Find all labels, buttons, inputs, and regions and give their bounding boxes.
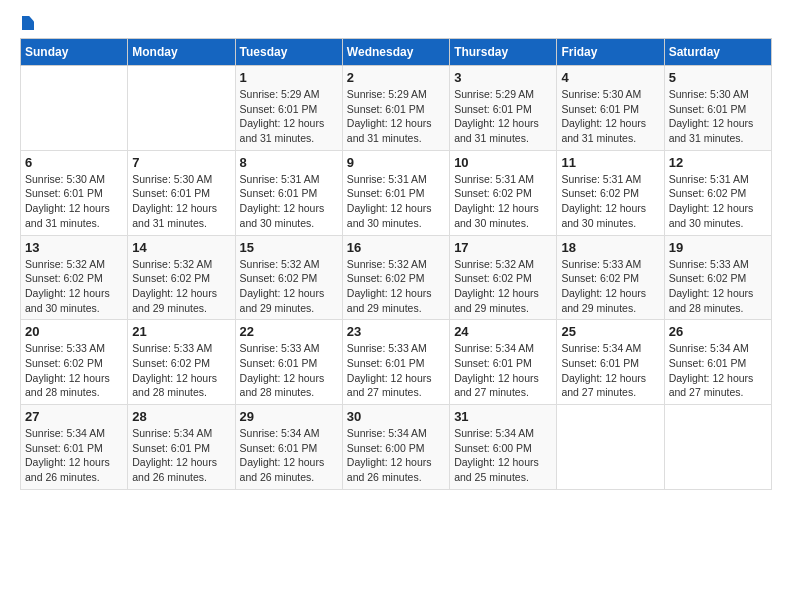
column-header-sunday: Sunday [21, 39, 128, 66]
day-info: Sunrise: 5:33 AM Sunset: 6:02 PM Dayligh… [132, 341, 230, 400]
day-cell: 1Sunrise: 5:29 AM Sunset: 6:01 PM Daylig… [235, 66, 342, 151]
day-cell: 3Sunrise: 5:29 AM Sunset: 6:01 PM Daylig… [450, 66, 557, 151]
day-number: 9 [347, 155, 445, 170]
day-info: Sunrise: 5:34 AM Sunset: 6:01 PM Dayligh… [132, 426, 230, 485]
day-number: 17 [454, 240, 552, 255]
day-info: Sunrise: 5:34 AM Sunset: 6:00 PM Dayligh… [347, 426, 445, 485]
day-number: 3 [454, 70, 552, 85]
day-info: Sunrise: 5:34 AM Sunset: 6:01 PM Dayligh… [240, 426, 338, 485]
day-cell: 10Sunrise: 5:31 AM Sunset: 6:02 PM Dayli… [450, 150, 557, 235]
calendar-table: SundayMondayTuesdayWednesdayThursdayFrid… [20, 38, 772, 490]
column-header-wednesday: Wednesday [342, 39, 449, 66]
day-number: 18 [561, 240, 659, 255]
day-cell: 19Sunrise: 5:33 AM Sunset: 6:02 PM Dayli… [664, 235, 771, 320]
day-info: Sunrise: 5:32 AM Sunset: 6:02 PM Dayligh… [132, 257, 230, 316]
day-info: Sunrise: 5:34 AM Sunset: 6:01 PM Dayligh… [669, 341, 767, 400]
day-number: 24 [454, 324, 552, 339]
day-number: 26 [669, 324, 767, 339]
day-cell: 29Sunrise: 5:34 AM Sunset: 6:01 PM Dayli… [235, 405, 342, 490]
day-info: Sunrise: 5:30 AM Sunset: 6:01 PM Dayligh… [132, 172, 230, 231]
day-number: 10 [454, 155, 552, 170]
day-number: 30 [347, 409, 445, 424]
day-number: 2 [347, 70, 445, 85]
day-cell [557, 405, 664, 490]
day-cell: 20Sunrise: 5:33 AM Sunset: 6:02 PM Dayli… [21, 320, 128, 405]
day-info: Sunrise: 5:31 AM Sunset: 6:02 PM Dayligh… [454, 172, 552, 231]
day-cell: 8Sunrise: 5:31 AM Sunset: 6:01 PM Daylig… [235, 150, 342, 235]
day-info: Sunrise: 5:32 AM Sunset: 6:02 PM Dayligh… [347, 257, 445, 316]
week-row-4: 20Sunrise: 5:33 AM Sunset: 6:02 PM Dayli… [21, 320, 772, 405]
day-info: Sunrise: 5:29 AM Sunset: 6:01 PM Dayligh… [240, 87, 338, 146]
day-cell: 24Sunrise: 5:34 AM Sunset: 6:01 PM Dayli… [450, 320, 557, 405]
day-number: 25 [561, 324, 659, 339]
day-number: 8 [240, 155, 338, 170]
day-cell: 18Sunrise: 5:33 AM Sunset: 6:02 PM Dayli… [557, 235, 664, 320]
day-cell: 11Sunrise: 5:31 AM Sunset: 6:02 PM Dayli… [557, 150, 664, 235]
day-info: Sunrise: 5:32 AM Sunset: 6:02 PM Dayligh… [240, 257, 338, 316]
day-number: 7 [132, 155, 230, 170]
header-row: SundayMondayTuesdayWednesdayThursdayFrid… [21, 39, 772, 66]
day-number: 21 [132, 324, 230, 339]
day-cell: 22Sunrise: 5:33 AM Sunset: 6:01 PM Dayli… [235, 320, 342, 405]
day-info: Sunrise: 5:30 AM Sunset: 6:01 PM Dayligh… [25, 172, 123, 231]
day-cell: 4Sunrise: 5:30 AM Sunset: 6:01 PM Daylig… [557, 66, 664, 151]
day-number: 20 [25, 324, 123, 339]
day-cell: 23Sunrise: 5:33 AM Sunset: 6:01 PM Dayli… [342, 320, 449, 405]
day-cell: 7Sunrise: 5:30 AM Sunset: 6:01 PM Daylig… [128, 150, 235, 235]
day-cell: 14Sunrise: 5:32 AM Sunset: 6:02 PM Dayli… [128, 235, 235, 320]
day-cell: 21Sunrise: 5:33 AM Sunset: 6:02 PM Dayli… [128, 320, 235, 405]
day-number: 14 [132, 240, 230, 255]
day-info: Sunrise: 5:31 AM Sunset: 6:02 PM Dayligh… [561, 172, 659, 231]
day-cell: 31Sunrise: 5:34 AM Sunset: 6:00 PM Dayli… [450, 405, 557, 490]
day-cell [21, 66, 128, 151]
day-info: Sunrise: 5:29 AM Sunset: 6:01 PM Dayligh… [347, 87, 445, 146]
day-number: 11 [561, 155, 659, 170]
day-cell: 12Sunrise: 5:31 AM Sunset: 6:02 PM Dayli… [664, 150, 771, 235]
column-header-friday: Friday [557, 39, 664, 66]
day-cell: 16Sunrise: 5:32 AM Sunset: 6:02 PM Dayli… [342, 235, 449, 320]
day-info: Sunrise: 5:30 AM Sunset: 6:01 PM Dayligh… [669, 87, 767, 146]
day-info: Sunrise: 5:31 AM Sunset: 6:01 PM Dayligh… [240, 172, 338, 231]
day-number: 28 [132, 409, 230, 424]
day-number: 1 [240, 70, 338, 85]
day-cell [664, 405, 771, 490]
day-info: Sunrise: 5:31 AM Sunset: 6:02 PM Dayligh… [669, 172, 767, 231]
day-info: Sunrise: 5:29 AM Sunset: 6:01 PM Dayligh… [454, 87, 552, 146]
week-row-5: 27Sunrise: 5:34 AM Sunset: 6:01 PM Dayli… [21, 405, 772, 490]
day-info: Sunrise: 5:32 AM Sunset: 6:02 PM Dayligh… [454, 257, 552, 316]
day-cell: 28Sunrise: 5:34 AM Sunset: 6:01 PM Dayli… [128, 405, 235, 490]
day-info: Sunrise: 5:33 AM Sunset: 6:02 PM Dayligh… [669, 257, 767, 316]
day-number: 19 [669, 240, 767, 255]
day-number: 4 [561, 70, 659, 85]
logo [20, 16, 34, 30]
column-header-monday: Monday [128, 39, 235, 66]
day-cell: 13Sunrise: 5:32 AM Sunset: 6:02 PM Dayli… [21, 235, 128, 320]
column-header-saturday: Saturday [664, 39, 771, 66]
day-number: 16 [347, 240, 445, 255]
day-info: Sunrise: 5:34 AM Sunset: 6:01 PM Dayligh… [561, 341, 659, 400]
day-info: Sunrise: 5:30 AM Sunset: 6:01 PM Dayligh… [561, 87, 659, 146]
day-cell: 17Sunrise: 5:32 AM Sunset: 6:02 PM Dayli… [450, 235, 557, 320]
day-cell [128, 66, 235, 151]
day-cell: 27Sunrise: 5:34 AM Sunset: 6:01 PM Dayli… [21, 405, 128, 490]
day-info: Sunrise: 5:33 AM Sunset: 6:02 PM Dayligh… [25, 341, 123, 400]
day-cell: 30Sunrise: 5:34 AM Sunset: 6:00 PM Dayli… [342, 405, 449, 490]
logo-icon [22, 16, 34, 30]
day-number: 6 [25, 155, 123, 170]
day-info: Sunrise: 5:34 AM Sunset: 6:01 PM Dayligh… [25, 426, 123, 485]
day-number: 23 [347, 324, 445, 339]
day-cell: 5Sunrise: 5:30 AM Sunset: 6:01 PM Daylig… [664, 66, 771, 151]
day-info: Sunrise: 5:31 AM Sunset: 6:01 PM Dayligh… [347, 172, 445, 231]
day-number: 29 [240, 409, 338, 424]
day-info: Sunrise: 5:34 AM Sunset: 6:00 PM Dayligh… [454, 426, 552, 485]
day-number: 5 [669, 70, 767, 85]
day-number: 27 [25, 409, 123, 424]
day-number: 15 [240, 240, 338, 255]
week-row-1: 1Sunrise: 5:29 AM Sunset: 6:01 PM Daylig… [21, 66, 772, 151]
day-info: Sunrise: 5:33 AM Sunset: 6:02 PM Dayligh… [561, 257, 659, 316]
column-header-tuesday: Tuesday [235, 39, 342, 66]
day-number: 31 [454, 409, 552, 424]
day-cell: 2Sunrise: 5:29 AM Sunset: 6:01 PM Daylig… [342, 66, 449, 151]
day-info: Sunrise: 5:33 AM Sunset: 6:01 PM Dayligh… [347, 341, 445, 400]
column-header-thursday: Thursday [450, 39, 557, 66]
